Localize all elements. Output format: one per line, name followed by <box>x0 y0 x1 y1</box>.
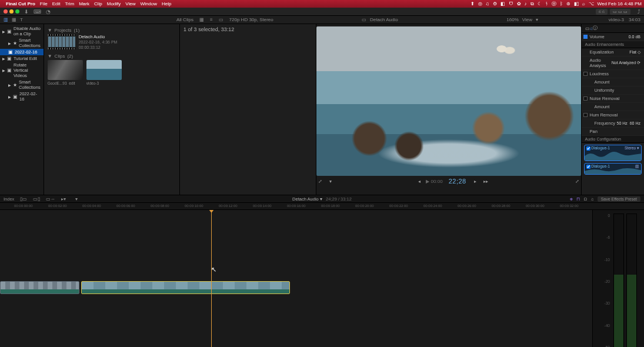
solo-icon[interactable]: Ω <box>583 196 587 202</box>
snap-icon[interactable]: ⊓ <box>576 196 580 202</box>
menu-view[interactable]: View <box>125 1 135 6</box>
traffic-lights[interactable] <box>4 9 19 14</box>
sidebar-item[interactable]: ▶▣Tutorial Edit <box>0 55 44 62</box>
analysis-row[interactable]: Audio Analysis Not Analyzed ⟳ <box>582 56 644 70</box>
freq-50[interactable]: 50 Hz <box>617 121 628 125</box>
status-icon[interactable]: ⛉ <box>509 1 513 6</box>
menu-mark[interactable]: Mark <box>79 1 89 6</box>
battery-icon[interactable]: ▮▯ <box>574 1 579 6</box>
status-icon[interactable]: ♪ <box>525 1 527 6</box>
minimize-icon[interactable] <box>9 9 14 14</box>
filmstrip-icon[interactable]: ▭ <box>219 17 223 22</box>
stereo-icon[interactable]: ▥ <box>635 164 639 169</box>
list-icon[interactable]: ≡ <box>210 17 213 22</box>
volume-checkbox[interactable] <box>583 35 588 39</box>
menu-clip[interactable]: Clip <box>94 1 102 6</box>
next-frame-button[interactable]: ▸▸ <box>482 179 490 184</box>
clips-header[interactable]: ▼Clips (2) <box>48 54 176 59</box>
clip-thumb[interactable]: video-3 <box>86 60 122 85</box>
angle-icon[interactable]: ▭ <box>362 17 366 22</box>
menu-window[interactable]: Window <box>141 1 157 6</box>
sidebar-item[interactable]: ▶▣Disable Audio on a Clip <box>0 25 44 37</box>
status-icon[interactable]: ☾ <box>538 1 542 6</box>
titles-tab-icon[interactable]: T <box>20 17 23 22</box>
amount-row[interactable]: Amount <box>582 78 644 86</box>
transform-button[interactable]: ▾ <box>328 179 333 184</box>
pan-row[interactable]: Pan <box>582 128 644 136</box>
share-button[interactable]: ⤴ <box>638 9 640 15</box>
sidebar-item[interactable]: ▶▣Rotate Vertical Videos <box>0 62 44 79</box>
tool-select[interactable]: ▸▾ <box>61 196 66 202</box>
status-icon[interactable]: ◧ <box>500 1 505 6</box>
browser-filter[interactable]: All Clips <box>176 17 193 22</box>
menu-edit[interactable]: Edit <box>52 1 61 6</box>
app-name[interactable]: Final Cut Pro <box>6 1 35 6</box>
search-icon[interactable]: ⌕ <box>582 1 585 6</box>
status-icon[interactable]: ᚬ <box>545 1 548 6</box>
clip-audio-lane[interactable] <box>1 289 79 293</box>
view-menu[interactable]: View <box>522 17 532 22</box>
uniformity-row[interactable]: Uniformity <box>582 86 644 95</box>
timeline[interactable]: GoodEats1993_edit video-3 ↖ 0-6-10-20-30… <box>0 210 644 347</box>
menu-modify[interactable]: Modify <box>107 1 121 6</box>
menu-file[interactable]: File <box>40 1 48 6</box>
play-button[interactable]: ▸ <box>472 179 478 184</box>
status-icon[interactable]: ◎ <box>478 1 482 6</box>
info-tab-icon[interactable]: ⓘ <box>593 25 598 31</box>
equalization-row[interactable]: Equalization Flat ◇ <box>582 48 644 56</box>
import-button[interactable]: ⬇ <box>24 9 29 15</box>
volume-value[interactable]: 0.0 dB <box>629 35 640 39</box>
checkbox[interactable] <box>583 96 588 101</box>
projects-header[interactable]: ▼Projects (1) <box>48 28 176 33</box>
tool-icon[interactable]: ▭▯ <box>33 196 40 202</box>
fit-button[interactable]: ⤢ <box>316 179 324 184</box>
freq-60[interactable]: 60 Hz <box>630 121 640 125</box>
viewer-canvas[interactable] <box>316 26 581 176</box>
bg-tasks-button[interactable]: ◔ <box>46 9 51 15</box>
library-tab-icon[interactable]: ▥ <box>4 17 8 22</box>
frequency-row[interactable]: Frequency 50 Hz 60 Hz <box>582 119 644 128</box>
row-value[interactable]: Flat ◇ <box>629 50 640 55</box>
checkbox[interactable] <box>583 113 588 117</box>
save-effects-button[interactable]: Save Effects Preset <box>598 196 640 202</box>
clip-audio-lane[interactable] <box>82 289 289 293</box>
bluetooth-icon[interactable]: ᛒ <box>560 1 563 6</box>
component-checkbox[interactable] <box>586 165 590 169</box>
status-icon[interactable]: ⓔ <box>552 1 556 7</box>
amount-row[interactable]: Amount <box>582 103 644 111</box>
skimmer-icon[interactable]: ⎈ <box>570 196 573 202</box>
sidebar-item-selected[interactable]: ▣2022-02-16 <box>0 49 44 55</box>
grid-icon[interactable]: ▦ <box>199 17 204 22</box>
control-center-icon[interactable]: ⌥ <box>589 1 594 6</box>
timecode[interactable]: 22;28 <box>449 178 466 185</box>
tool-icon[interactable]: ▯▭ <box>20 196 27 202</box>
audio-subcomponent[interactable]: Dialogue-1 ▥ <box>584 163 642 175</box>
noise-row[interactable]: Noise Removal <box>582 95 644 103</box>
fullscreen-icon[interactable] <box>15 9 19 14</box>
row-value[interactable]: Not Analyzed ⟳ <box>612 61 640 65</box>
timeline-clip[interactable]: GoodEats1993_edit <box>0 281 79 294</box>
timeline-clip-selected[interactable]: video-3 <box>81 281 290 294</box>
video-tab-icon[interactable]: ▭ <box>585 26 590 31</box>
channel-layout[interactable]: Stereo ▾ <box>625 146 639 151</box>
project-item[interactable]: Detach Audio 2022-02-16, 4:36 PM 00:00:3… <box>48 34 176 50</box>
component-checkbox[interactable] <box>586 146 590 151</box>
prev-frame-button[interactable]: ◂ <box>416 179 422 184</box>
index-button[interactable]: Index <box>4 196 14 202</box>
clip-thumb[interactable]: GoodE...93_edit <box>48 60 83 85</box>
sidebar-item[interactable]: ▶★Smart Collections <box>0 37 44 49</box>
clip-thumbnail[interactable] <box>48 60 83 80</box>
audio-icon[interactable]: ♫ <box>590 196 594 202</box>
menu-help[interactable]: Help <box>162 1 171 6</box>
project-thumbnail[interactable] <box>48 34 75 49</box>
tool-icon[interactable]: ▭↔ <box>46 196 55 202</box>
zoom-level[interactable]: 160% <box>506 17 518 22</box>
timeline-project-name[interactable]: Detach Audio ▾ <box>292 196 322 202</box>
tool-icon[interactable]: ▾ <box>75 196 78 202</box>
status-icon[interactable]: ⬆ <box>471 1 475 6</box>
sidebar-item[interactable]: ▶★Smart Collections <box>0 79 44 91</box>
hum-row[interactable]: Hum Removal <box>582 111 644 119</box>
clip-thumbnail[interactable] <box>86 60 122 80</box>
timeline-ruler[interactable]: 00:00:00:0000:00:02:0000:00:04:0000:00:0… <box>0 203 644 210</box>
toolbar-pill[interactable]: ▭ ▭ ▭ <box>610 9 630 15</box>
